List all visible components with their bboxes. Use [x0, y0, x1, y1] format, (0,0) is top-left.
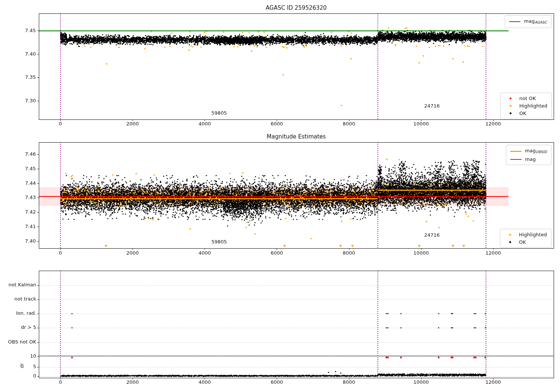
- y-tick-label: 7.43: [19, 195, 36, 200]
- legend-line-swatch: [509, 21, 520, 22]
- legend-item: Highlighted: [505, 103, 547, 109]
- x-tick-label: 4000: [190, 250, 220, 256]
- legend-item: OK: [505, 110, 547, 116]
- legend-dot-swatch: [504, 241, 516, 243]
- swatch: [510, 105, 511, 107]
- obsid-annotation: 59805: [202, 239, 236, 245]
- x-tick-label: 6000: [262, 250, 292, 256]
- legend-item: not OK: [505, 95, 547, 102]
- legend-dot-swatch: [505, 112, 516, 114]
- swatch: [510, 112, 511, 114]
- y-tick-label: 7.46: [19, 151, 36, 157]
- x-tick-label: 12000: [478, 121, 508, 127]
- x-tick-label: 6000: [262, 379, 292, 385]
- legend: not OKHighlightedOK: [500, 93, 552, 119]
- legend-item: OK: [504, 239, 547, 245]
- category-label: Ion. rad.: [0, 310, 36, 316]
- x-tick-label: 12000: [478, 250, 508, 256]
- legend-label-subscript: OBSID: [536, 150, 547, 154]
- dr-tick-label: 0: [0, 373, 36, 379]
- legend-item-label: magAGASC: [524, 18, 547, 25]
- middle-chart-title: Magnitude Estimates: [39, 133, 554, 140]
- legend: magOBSIDmag: [506, 145, 551, 165]
- legend-dot-swatch: [504, 234, 516, 236]
- obsid-annotation: 24716: [415, 103, 449, 109]
- swatch: [510, 159, 522, 160]
- legend-item: Highlighted: [504, 231, 547, 238]
- y-tick-label: 7.40: [19, 238, 36, 244]
- matplotlib-figure: AGASC ID 259526320 Magnitude Estimates 0…: [0, 0, 560, 392]
- legend-line-swatch: [510, 159, 522, 160]
- dr-tick-label: 5: [0, 364, 36, 369]
- legend-item-label: Highlighted: [519, 103, 547, 109]
- x-tick-label: 0: [46, 379, 75, 385]
- x-tick-label: 2000: [118, 121, 147, 127]
- y-tick-label: 7.40: [19, 51, 36, 57]
- swatch: [510, 151, 522, 152]
- x-tick-label: 4000: [190, 121, 220, 127]
- x-tick-label: 0: [46, 250, 75, 256]
- x-tick-label: 2000: [118, 379, 147, 385]
- category-label: not Kalman: [0, 282, 36, 287]
- swatch: [509, 21, 520, 22]
- y-tick-label: 7.41: [19, 224, 36, 229]
- x-tick-label: 6000: [262, 121, 292, 127]
- swatch: [509, 234, 511, 236]
- y-tick-label: 7.45: [19, 166, 36, 171]
- x-tick-label: 10000: [406, 379, 436, 385]
- legend-item: magAGASC: [509, 18, 547, 25]
- x-tick-label: 0: [46, 121, 75, 127]
- y-tick-label: 7.30: [19, 98, 36, 103]
- y-tick-label: 7.45: [19, 28, 36, 33]
- category-label: dr > 5: [0, 324, 36, 330]
- top-chart-title: AGASC ID 259526320: [39, 4, 554, 11]
- x-tick-label: 4000: [190, 379, 220, 385]
- x-tick-label: 12000: [478, 379, 508, 385]
- chart-canvas: [0, 0, 560, 392]
- dr-axis-label: dr: [19, 363, 25, 368]
- legend-item-label: OK: [519, 239, 526, 245]
- dr-tick-label: 10: [0, 353, 36, 359]
- swatch: [509, 241, 511, 243]
- y-tick-label: 7.44: [19, 180, 36, 186]
- legend-dot-swatch: [505, 105, 516, 107]
- x-tick-label: 8000: [334, 250, 364, 256]
- x-tick-label: 10000: [406, 121, 436, 127]
- legend-item: magOBSID: [510, 147, 547, 155]
- swatch: [510, 97, 511, 99]
- legend-item-label: magOBSID: [525, 147, 547, 155]
- obsid-annotation: 24716: [415, 232, 449, 238]
- legend-item: mag: [510, 156, 547, 162]
- x-tick-label: 8000: [334, 121, 364, 127]
- legend-item-label: OK: [519, 110, 526, 116]
- legend: HighlightedOK: [500, 229, 551, 248]
- legend-dot-swatch: [505, 97, 516, 99]
- legend-item-label: Highlighted: [519, 231, 547, 238]
- legend-item-label: not OK: [519, 95, 536, 102]
- legend-item-label: mag: [525, 156, 536, 162]
- obsid-annotation: 59805: [202, 110, 236, 116]
- legend-label-subscript: AGASC: [535, 20, 547, 24]
- y-tick-label: 7.42: [19, 209, 36, 215]
- legend: magAGASC: [505, 15, 551, 28]
- legend-line-swatch: [510, 151, 522, 152]
- x-tick-label: 10000: [406, 250, 436, 256]
- y-tick-label: 7.35: [19, 74, 36, 80]
- x-tick-label: 8000: [334, 379, 364, 385]
- category-label: not track: [0, 296, 36, 302]
- x-tick-label: 2000: [118, 250, 147, 256]
- category-label: OBS not OK: [0, 339, 36, 345]
